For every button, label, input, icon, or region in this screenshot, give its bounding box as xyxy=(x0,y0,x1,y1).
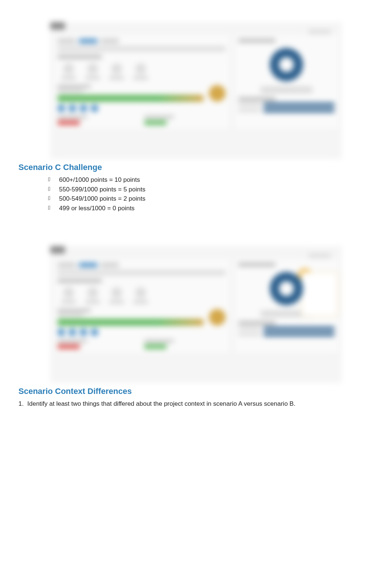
scoring-bullet-list: ▯600+/1000 points = 10 points ▯550-599/1… xyxy=(18,175,374,213)
bullet-text: 500-549/1000 points = 2 points xyxy=(59,195,145,202)
bullet-item: ▯499 or less/1000 = 0 points xyxy=(48,204,374,213)
item-number: 1. xyxy=(18,399,24,409)
bullet-item: ▯550-599/1000 points = 5 points xyxy=(48,185,374,194)
list-item: 1. Identify at least two things that dif… xyxy=(18,399,374,409)
item-text: Identify at least two things that differ… xyxy=(27,400,295,407)
bullet-item: ▯500-549/1000 points = 2 points xyxy=(48,194,374,204)
scenario-screenshot-2 xyxy=(50,246,342,383)
scenario-context-heading: Scenario Context Differences xyxy=(18,387,374,396)
bullet-item: ▯600+/1000 points = 10 points xyxy=(48,175,374,185)
bullet-icon: ▯ xyxy=(48,204,51,211)
scenario-screenshot-1 xyxy=(50,22,342,159)
bullet-text: 550-599/1000 points = 5 points xyxy=(59,186,145,193)
context-questions-list: 1. Identify at least two things that dif… xyxy=(18,399,374,409)
bullet-icon: ▯ xyxy=(48,175,51,183)
bullet-icon: ▯ xyxy=(48,185,51,192)
bullet-icon: ▯ xyxy=(48,194,51,201)
bullet-text: 499 or less/1000 = 0 points xyxy=(59,205,135,212)
bullet-text: 600+/1000 points = 10 points xyxy=(59,176,140,183)
scenario-c-heading: Scenario C Challenge xyxy=(18,163,374,172)
